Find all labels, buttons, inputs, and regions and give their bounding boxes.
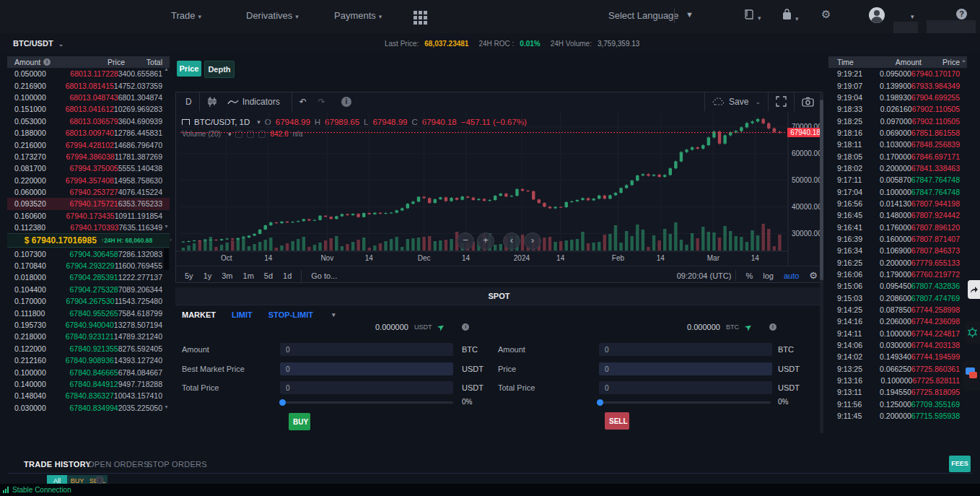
trade-row[interactable]: 9:18:050.17000067846.697171 <box>828 150 967 162</box>
orderbook-row[interactable]: 0.21690068013.08141514752.037359 <box>7 79 170 91</box>
orderbook-row[interactable]: 0.21216067840.90893614393.127240 <box>7 354 170 366</box>
feedback-widget[interactable] <box>963 360 980 391</box>
buy-price-input[interactable] <box>280 362 453 375</box>
trade-row[interactable]: 9:13:110.19455067725.818095 <box>828 386 967 398</box>
range-button-3m[interactable]: 3m <box>222 271 232 280</box>
trade-row[interactable]: 9:13:250.06625067725.860361 <box>828 363 967 375</box>
range-button-5d[interactable]: 5d <box>264 271 273 280</box>
sell-price-input[interactable] <box>599 362 772 375</box>
orders-book-icon[interactable]: ▾ <box>743 9 761 22</box>
orderbook-row[interactable]: 0.15100068013.04161210269.969283 <box>7 103 170 115</box>
orderbook-row[interactable]: 0.21600067994.42810214686.796470 <box>7 139 170 150</box>
range-button-1m[interactable]: 1m <box>243 271 254 280</box>
zoom-in-button[interactable]: + <box>477 232 494 250</box>
trade-row[interactable]: 9:14:110.10000067744.224817 <box>828 328 967 339</box>
trade-row[interactable]: 9:11:450.20000067715.595938 <box>828 410 967 422</box>
scroll-up-icon[interactable]: ▲ <box>961 58 966 63</box>
trade-row[interactable]: 9:17:110.00587067847.764748 <box>828 174 967 186</box>
trade-row[interactable]: 9:14:020.14934067744.194599 <box>828 351 967 362</box>
axis-settings-gear-icon[interactable]: ⚙ <box>809 270 818 281</box>
trade-row[interactable]: 9:16:340.10690067807.846373 <box>828 245 967 256</box>
orderbook-row[interactable]: 0.06000067940.2537274076.415224 <box>7 186 170 198</box>
trade-row[interactable]: 9:18:160.06900067851.861558 <box>828 127 967 139</box>
chevron-down-icon[interactable]: ▾ <box>332 311 336 318</box>
orderbook-row[interactable]: 0.11238067940.1703937635.116349 <box>7 222 170 233</box>
range-button-1y[interactable]: 1y <box>204 271 212 280</box>
avatar[interactable] <box>869 7 885 23</box>
chart-info-icon[interactable]: i <box>341 97 351 107</box>
trade-row[interactable]: 9:13:160.10000067725.828111 <box>828 375 967 386</box>
menu-payments[interactable]: Payments▾ <box>334 10 382 21</box>
percent-scale-button[interactable]: % <box>745 271 753 280</box>
sell-amount-input[interactable] <box>599 343 772 356</box>
trade-row[interactable]: 9:15:030.20860067807.474769 <box>828 292 967 304</box>
orderbook-row[interactable]: 0.10440067904.2753287089.206344 <box>7 284 170 295</box>
orderbook-row[interactable]: 0.10730067904.3064587286.132083 <box>7 248 170 259</box>
orderbook-row[interactable]: 0.01800067904.2853911222.277137 <box>7 271 170 283</box>
orderbook-row[interactable]: 0.05000068013.1172283400.655861 <box>7 68 170 79</box>
share-widget[interactable] <box>968 280 980 299</box>
orderbook-row[interactable]: 0.19573067840.94004013278.507194 <box>7 319 170 331</box>
auto-scale-button[interactable]: auto <box>784 271 799 280</box>
trade-row[interactable]: 9:18:020.20000067841.338463 <box>828 162 967 174</box>
orderbook-row[interactable]: 0.08170067994.3750055555.140438 <box>7 162 170 174</box>
language-dropdown-icon[interactable]: ▼ <box>686 10 694 19</box>
apps-grid-icon[interactable] <box>414 11 427 25</box>
indicators-button[interactable]: Indicators <box>227 97 280 107</box>
trade-row[interactable]: 9:16:560.01413067807.944198 <box>828 198 967 209</box>
info-icon[interactable]: i <box>462 323 469 331</box>
sell-button[interactable]: SELL <box>605 412 629 430</box>
info-icon[interactable]: i <box>769 323 776 331</box>
orderbook-row[interactable]: 0.17084067904.29322911600.769455 <box>7 260 170 271</box>
tab-depth[interactable]: Depth <box>204 61 235 78</box>
orderbook-row[interactable]: 0.03000067840.8349942035.225050 <box>7 402 170 414</box>
trade-row[interactable]: 9:18:110.10300067848.256839 <box>828 139 967 150</box>
chart-canvas[interactable]: 70000.0060000.0050000.0040000.0030000.00… <box>175 112 823 265</box>
trade-row[interactable]: 9:19:070.13990067933.984349 <box>828 79 967 91</box>
scrollbar[interactable] <box>820 92 823 433</box>
buy-total-input[interactable] <box>280 381 453 394</box>
trade-row[interactable]: 9:16:060.17900067760.219772 <box>828 269 967 280</box>
trade-row[interactable]: 9:16:390.16000067807.871407 <box>828 233 967 245</box>
tab-limit[interactable]: LIMIT <box>232 310 253 319</box>
tab-trade-history[interactable]: TRADE HISTORY <box>24 460 91 469</box>
tab-stop-limit[interactable]: STOP-LIMIT <box>268 310 313 319</box>
orderbook-row[interactable]: 0.14000067840.8449129497.718288 <box>7 378 170 390</box>
orderbook-row[interactable]: 0.10000068013.0487436801.304874 <box>7 92 170 103</box>
select-language[interactable]: Select Language <box>608 10 679 21</box>
info-icon[interactable]: i <box>43 58 51 66</box>
pan-left-button[interactable]: ‹ <box>503 232 520 250</box>
sell-slider[interactable] <box>598 401 771 404</box>
redo-button[interactable]: ↷ <box>318 97 325 107</box>
pair-selector[interactable]: BTC/USDT ⌄ <box>13 39 64 48</box>
menu-trade[interactable]: Trade▾ <box>171 10 201 21</box>
scroll-down-icon[interactable]: ▼ <box>164 404 169 409</box>
orderbook-row[interactable]: 0.17327067994.38603811781.387269 <box>7 151 170 162</box>
trade-row[interactable]: 9:16:450.14800067807.924442 <box>828 209 967 221</box>
trade-row[interactable]: 9:16:250.20000067779.655133 <box>828 257 967 269</box>
menu-derivatives[interactable]: Derivatives▾ <box>246 10 299 21</box>
scrollbar-thumb[interactable] <box>164 248 169 270</box>
sell-total-input[interactable] <box>599 381 772 394</box>
trade-row[interactable]: 9:17:040.10000067847.764748 <box>828 186 967 197</box>
orderbook-row[interactable]: 0.22000067994.35740814958.758630 <box>7 175 170 186</box>
trade-row[interactable]: 9:16:410.17600067807.896120 <box>828 221 967 232</box>
interval-button[interactable]: D <box>185 97 192 107</box>
trade-row[interactable]: 9:14:160.20600067744.236098 <box>828 316 967 327</box>
profile-chevron-icon[interactable]: ▾ <box>911 13 914 20</box>
buy-amount-input[interactable] <box>280 343 453 356</box>
tab-price[interactable]: Price <box>177 61 201 77</box>
trade-row[interactable]: 9:15:060.09545067807.432836 <box>828 280 967 292</box>
scroll-up-icon[interactable]: ▲ <box>164 66 169 71</box>
orderbook-row[interactable]: 0.10000067840.8466656784.084667 <box>7 366 170 378</box>
goto-button[interactable]: Go to... <box>311 271 337 280</box>
orderbook-row[interactable]: 0.12200067840.9213558276.592405 <box>7 343 170 354</box>
fullscreen-button[interactable] <box>776 96 787 107</box>
trade-row[interactable]: 9:18:250.09700067902.110505 <box>828 115 967 126</box>
save-button[interactable]: Save⌄ <box>712 97 761 107</box>
undo-button[interactable]: ↶ <box>299 97 307 107</box>
range-button-5y[interactable]: 5y <box>185 271 193 280</box>
orderbook-row[interactable]: 0.09352067940.1757216353.765233 <box>7 198 170 209</box>
scroll-down-icon[interactable]: ▼ <box>164 224 169 229</box>
tab-open-orders[interactable]: OPEN ORDERS <box>88 460 149 469</box>
